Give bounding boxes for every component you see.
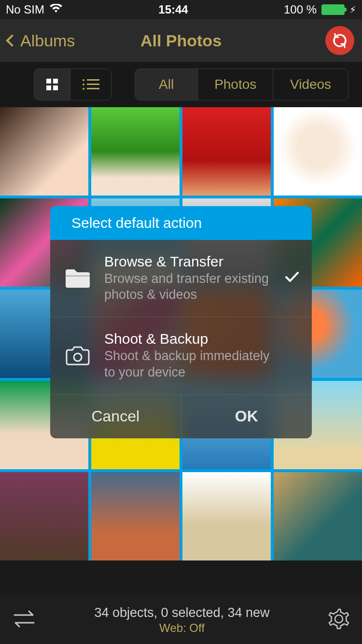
settings-button[interactable] bbox=[327, 607, 350, 632]
svg-point-11 bbox=[74, 353, 82, 361]
option-title: Browse & Transfer bbox=[104, 253, 278, 270]
charging-icon: ⚡︎ bbox=[349, 4, 356, 15]
photo-thumbnail[interactable] bbox=[274, 472, 362, 560]
gear-icon bbox=[327, 607, 350, 630]
transfer-icon bbox=[12, 609, 37, 629]
folder-icon bbox=[65, 265, 91, 291]
photo-thumbnail[interactable] bbox=[91, 472, 180, 560]
transfer-button[interactable] bbox=[12, 609, 37, 630]
svg-rect-2 bbox=[46, 85, 51, 90]
status-text: 34 objects, 0 selected, 34 new Web: Off bbox=[37, 605, 327, 635]
svg-rect-9 bbox=[87, 88, 99, 89]
svg-point-6 bbox=[83, 84, 84, 85]
sync-button[interactable] bbox=[325, 26, 354, 55]
back-label: Albums bbox=[20, 31, 75, 50]
sync-icon bbox=[331, 32, 348, 49]
svg-rect-1 bbox=[53, 79, 58, 84]
grid-icon bbox=[45, 77, 59, 92]
svg-rect-7 bbox=[87, 84, 99, 85]
option-shoot-backup[interactable]: Shoot & Backup Shoot & backup immediatel… bbox=[50, 317, 312, 395]
battery-pct-label: 100 % bbox=[284, 3, 317, 16]
option-subtitle: Browse and transfer existing photos & vi… bbox=[104, 271, 278, 304]
svg-rect-3 bbox=[53, 85, 58, 90]
carrier-label: No SIM bbox=[6, 3, 44, 16]
list-view-button[interactable] bbox=[70, 69, 111, 100]
checkmark-icon bbox=[285, 271, 299, 285]
status-bar: No SIM 15:44 100 % ⚡︎ bbox=[0, 0, 362, 19]
option-title: Shoot & Backup bbox=[104, 331, 278, 347]
wifi-icon bbox=[49, 3, 63, 16]
photo-thumbnail[interactable] bbox=[274, 107, 362, 196]
filter-all-button[interactable]: All bbox=[135, 69, 198, 100]
option-subtitle: Shoot & backup immediately to your devic… bbox=[104, 348, 278, 381]
svg-point-8 bbox=[83, 88, 84, 90]
back-button[interactable]: Albums bbox=[8, 31, 75, 50]
grid-view-button[interactable] bbox=[34, 69, 70, 100]
filter-segmented: All Photos Videos bbox=[135, 69, 348, 100]
cancel-button[interactable]: Cancel bbox=[50, 395, 181, 438]
view-mode-segmented bbox=[34, 69, 111, 100]
photo-thumbnail[interactable] bbox=[91, 107, 180, 196]
photo-thumbnail[interactable] bbox=[182, 472, 271, 560]
dialog-actions: Cancel OK bbox=[50, 395, 312, 438]
svg-rect-5 bbox=[87, 79, 99, 81]
filter-photos-button[interactable]: Photos bbox=[198, 69, 273, 100]
battery-icon bbox=[321, 4, 345, 15]
svg-rect-0 bbox=[46, 79, 51, 84]
toolbar: All Photos Videos bbox=[0, 62, 362, 107]
svg-point-4 bbox=[83, 79, 84, 81]
ok-button[interactable]: OK bbox=[181, 395, 312, 438]
photo-thumbnail[interactable] bbox=[0, 107, 88, 196]
default-action-dialog: Select default action Browse & Transfer … bbox=[50, 206, 312, 438]
dialog-title: Select default action bbox=[50, 206, 312, 240]
list-icon bbox=[81, 77, 100, 92]
chevron-left-icon bbox=[6, 34, 18, 46]
nav-bar: Albums All Photos bbox=[0, 19, 362, 62]
filter-videos-button[interactable]: Videos bbox=[273, 69, 348, 100]
photo-thumbnail[interactable] bbox=[182, 107, 271, 196]
bottom-bar: 34 objects, 0 selected, 34 new Web: Off bbox=[0, 596, 362, 644]
web-status-label: Web: Off bbox=[37, 621, 327, 635]
svg-rect-10 bbox=[66, 275, 90, 277]
option-browse-transfer[interactable]: Browse & Transfer Browse and transfer ex… bbox=[50, 240, 312, 318]
objects-count-label: 34 objects, 0 selected, 34 new bbox=[37, 605, 327, 620]
clock-label: 15:44 bbox=[158, 3, 188, 16]
photo-thumbnail[interactable] bbox=[0, 472, 88, 560]
camera-icon bbox=[65, 343, 91, 369]
